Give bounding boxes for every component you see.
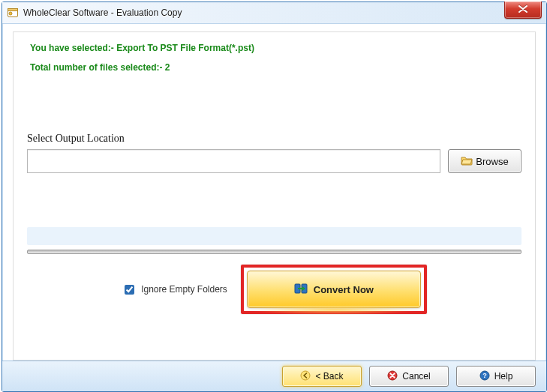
convert-label: Convert Now <box>314 284 374 295</box>
output-location-label: Select Output Location <box>27 133 521 145</box>
convert-highlight-frame: Convert Now <box>241 265 427 314</box>
convert-glow <box>246 304 422 315</box>
ignore-empty-checkbox[interactable] <box>125 285 134 295</box>
info-export: You have selected:- Export To PST File F… <box>30 43 521 53</box>
cancel-circle-icon <box>387 370 398 383</box>
action-row: Ignore Empty Folders Convert Now <box>27 265 521 314</box>
app-window: WholeClear Software - Evaluation Copy Yo… <box>2 1 547 392</box>
app-icon <box>7 7 19 19</box>
browse-label: Browse <box>476 156 508 167</box>
window-title: WholeClear Software - Evaluation Copy <box>23 7 182 18</box>
back-label: < Back <box>315 371 343 382</box>
folder-open-icon <box>461 155 473 168</box>
close-button[interactable] <box>504 1 542 19</box>
close-icon <box>518 4 527 15</box>
ignore-empty-label: Ignore Empty Folders <box>141 284 227 295</box>
separator-3d <box>27 250 521 254</box>
convert-now-button[interactable]: Convert Now <box>247 271 421 308</box>
footer-bar: < Back Cancel ? Help <box>2 361 546 391</box>
help-circle-icon: ? <box>479 370 490 383</box>
ignore-empty-folders[interactable]: Ignore Empty Folders <box>122 283 227 297</box>
back-button[interactable]: < Back <box>282 366 362 387</box>
browse-button[interactable]: Browse <box>448 149 521 173</box>
svg-point-2 <box>9 12 12 15</box>
info-count: Total number of files selected:- 2 <box>30 62 521 73</box>
cancel-label: Cancel <box>402 371 430 382</box>
cancel-button[interactable]: Cancel <box>369 366 449 387</box>
progress-placeholder <box>27 227 521 245</box>
svg-rect-1 <box>8 9 18 11</box>
output-row: Browse <box>27 149 521 173</box>
main-panel: You have selected:- Export To PST File F… <box>13 31 536 361</box>
title-bar: WholeClear Software - Evaluation Copy <box>2 2 546 24</box>
help-button[interactable]: ? Help <box>456 366 536 387</box>
svg-text:?: ? <box>482 372 487 379</box>
arrow-left-circle-icon <box>300 370 311 383</box>
output-path-input[interactable] <box>27 149 440 173</box>
content-area: You have selected:- Export To PST File F… <box>2 24 546 361</box>
help-label: Help <box>494 371 513 382</box>
svg-point-5 <box>301 371 310 380</box>
convert-icon <box>294 282 308 298</box>
